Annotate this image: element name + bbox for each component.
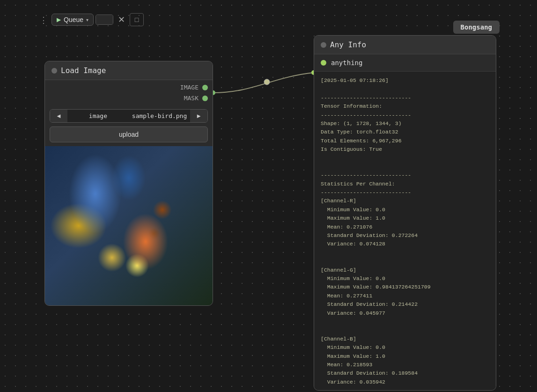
image-output-row: IMAGE bbox=[180, 84, 208, 91]
image-preview bbox=[45, 146, 213, 305]
queue-button[interactable]: ▶ Queue ▾ bbox=[51, 14, 94, 26]
play-icon: ▶ bbox=[57, 16, 61, 23]
queue-number-field[interactable]: 1 bbox=[96, 15, 113, 24]
mask-output-row: MASK bbox=[184, 95, 208, 102]
parrot-image bbox=[45, 146, 213, 305]
prev-image-button[interactable]: ◄ bbox=[50, 110, 67, 122]
expand-button[interactable]: □ bbox=[130, 13, 144, 26]
info-content-text: [2025-01-05 07:18:26] ------------------… bbox=[314, 72, 496, 390]
next-image-button[interactable]: ► bbox=[190, 110, 207, 122]
username-label: Bongsang bbox=[453, 21, 500, 34]
square-icon: □ bbox=[135, 16, 139, 23]
image-output-label: IMAGE bbox=[180, 84, 199, 91]
any-info-input-row: anything bbox=[314, 54, 496, 72]
toolbar: ⋮ ▶ Queue ▾ 1 ✕ □ bbox=[37, 13, 144, 26]
mask-output-connector[interactable] bbox=[202, 96, 208, 101]
queue-number-input[interactable]: 1 bbox=[96, 15, 113, 25]
load-image-node: Load Image IMAGE MASK ◄ image sample-bir… bbox=[44, 61, 213, 306]
any-info-header: Any Info bbox=[314, 36, 496, 54]
node-controls: ◄ image sample-bird.png ► upload bbox=[45, 105, 213, 146]
mask-output-label: MASK bbox=[184, 95, 199, 102]
image-input-label: image bbox=[67, 110, 129, 122]
image-selector[interactable]: ◄ image sample-bird.png ► bbox=[50, 109, 208, 123]
queue-label: Queue bbox=[64, 16, 83, 23]
chevron-down-icon: ▾ bbox=[86, 17, 88, 22]
cancel-button[interactable]: ✕ bbox=[115, 14, 128, 26]
any-info-title: Any Info bbox=[330, 40, 366, 49]
upload-button[interactable]: upload bbox=[50, 126, 208, 142]
node-title: Load Image bbox=[61, 66, 106, 75]
node-outputs: IMAGE MASK bbox=[45, 80, 213, 105]
node-status-dot bbox=[51, 68, 57, 74]
drag-handle[interactable]: ⋮ bbox=[37, 15, 50, 25]
anything-input-label: anything bbox=[331, 59, 362, 67]
anything-input-connector[interactable] bbox=[321, 60, 326, 66]
any-info-node: Any Info anything [2025-01-05 07:18:26] … bbox=[314, 35, 496, 391]
any-info-status-dot bbox=[321, 42, 326, 48]
node-header: Load Image bbox=[45, 61, 213, 80]
image-output-connector[interactable] bbox=[202, 85, 208, 90]
image-filename: sample-bird.png bbox=[129, 110, 190, 122]
